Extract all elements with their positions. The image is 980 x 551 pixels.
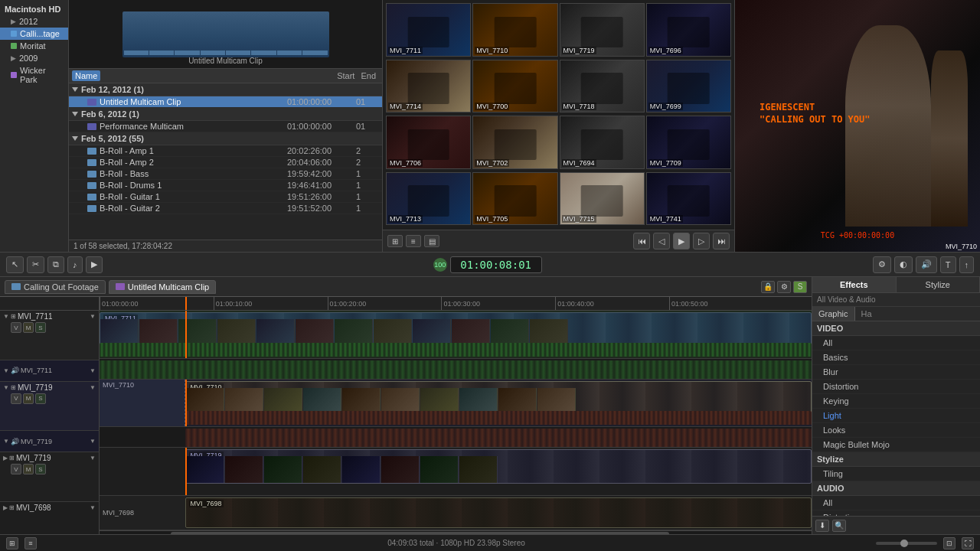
sidebar-item-wicker[interactable]: Wicker Park [0,64,68,86]
col-end[interactable]: End [358,70,379,81]
track-expand-2[interactable]: ▼ [3,384,9,391]
effect-distortion[interactable]: Distortion [812,380,980,394]
list-item[interactable]: Untitled Multicam Clip 01:00:00:00 01 [69,96,382,108]
tl-settings-btn[interactable]: ⚙ [777,281,791,293]
thumbnail-item-MVI_7718[interactable]: MVI_7718 [560,60,645,113]
track-mute-btn[interactable]: M [23,322,34,333]
thumbnail-item-MVI_7705[interactable]: MVI_7705 [472,172,557,226]
thumbnail-item-MVI_7741[interactable]: MVI_7741 [646,172,731,226]
tab-calling-out[interactable]: Calling Out Footage [5,280,106,294]
audio-expand-1[interactable]: ▼ [3,367,9,374]
tool-audio[interactable]: ♪ [67,256,83,273]
tool-select[interactable]: ↖ [6,256,24,273]
track-mute-btn-3[interactable]: M [23,464,34,474]
track-menu-2[interactable]: ▼ [90,384,96,391]
tab-multicam[interactable]: Untitled Multicam Clip [109,280,216,294]
tool-arrow-r[interactable]: ▶ [86,256,103,273]
skip-back-btn[interactable]: ⏮ [633,233,650,249]
sidebar-item-calling[interactable]: Calli...tage [0,28,68,40]
status-btn-right[interactable]: ⛶ [962,537,974,549]
prev-frame-btn[interactable]: ◁ [653,233,670,249]
status-btn-list[interactable]: ≡ [24,537,37,549]
tl-solo-btn[interactable]: S [793,281,807,293]
track-mute-btn-2[interactable]: M [23,393,34,404]
group-header-feb5[interactable]: Feb 5, 2012 (55) [69,132,382,145]
tool-audio2[interactable]: 🔊 [916,256,937,273]
tool-blade[interactable]: ✂ [27,256,44,273]
zoom-thumb[interactable] [900,540,908,547]
thumbnail-item-MVI_7719[interactable]: MVI_7719 [560,3,645,57]
list-item[interactable]: B-Roll - Amp 1 20:02:26:00 2 [69,145,382,157]
audio-menu-2[interactable]: ▼ [90,438,96,445]
col-start[interactable]: Start [334,70,358,81]
tool-share[interactable]: ↑ [959,256,975,273]
effects-install-btn[interactable]: ⬇ [815,520,829,532]
group-header-feb12[interactable]: Feb 12, 2012 (1) [69,83,382,96]
track-menu-3[interactable]: ▼ [90,455,96,461]
effect-light[interactable]: Light [812,409,980,423]
sidebar-item-moritat[interactable]: Moritat [0,40,68,52]
effect-tiling[interactable]: Tiling [812,467,980,481]
ha-sub-tab[interactable]: Ha [855,307,878,321]
col-name[interactable]: Name [72,70,100,81]
effect-audio-all[interactable]: All [812,496,980,510]
track-expand-4[interactable]: ▶ [3,504,8,511]
thumbnail-item-MVI_7715[interactable]: MVI_7715 [560,172,645,226]
thumbnail-item-MVI_7699[interactable]: MVI_7699 [646,60,731,113]
track-solo-btn-2[interactable]: S [35,393,46,404]
scrollbar-thumb[interactable] [171,532,669,534]
audio-menu-1[interactable]: ▼ [90,367,96,374]
thumbnail-item-MVI_7696[interactable]: MVI_7696 [646,3,731,57]
audio-expand-2[interactable]: ▼ [3,438,9,445]
list-item[interactable]: B-Roll - Amp 2 20:04:06:00 2 [69,157,382,168]
status-btn-left[interactable]: ⊞ [6,537,18,549]
thumbnail-item-MVI_7710[interactable]: MVI_7710 [472,3,557,57]
thumbnail-item-MVI_7709[interactable]: MVI_7709 [646,116,731,169]
track-menu-1[interactable]: ▼ [90,313,96,320]
tool-color[interactable]: ◐ [894,256,913,273]
effect-all[interactable]: All [812,336,980,350]
effects-tab[interactable]: Effects [812,277,897,292]
track-solo-btn[interactable]: S [35,322,46,333]
tool-title[interactable]: T [940,256,956,273]
thumbnail-item-MVI_7714[interactable]: MVI_7714 [386,60,471,113]
list-item[interactable]: Performance Multicam 01:00:00:00 01 [69,121,382,132]
list-view-btn[interactable]: ≡ [406,235,421,247]
tool-effects[interactable]: ⚙ [873,256,891,273]
effect-blur[interactable]: Blur [812,365,980,380]
grid-view-btn[interactable]: ⊞ [387,235,403,247]
thumbnail-item-MVI_7700[interactable]: MVI_7700 [472,60,557,113]
playhead[interactable] [185,297,187,310]
effect-keying[interactable]: Keying [812,394,980,409]
list-item[interactable]: B-Roll - Guitar 2 19:51:52:00 1 [69,203,382,214]
sidebar-item-2012[interactable]: ▶ 2012 [0,15,68,28]
effect-looks[interactable]: Looks [812,423,980,438]
tl-lock-btn[interactable]: 🔒 [761,281,775,293]
effect-basics[interactable]: Basics [812,350,980,365]
thumbnail-item-MVI_7711[interactable]: MVI_7711 [386,3,471,57]
thumbnail-item-MVI_7702[interactable]: MVI_7702 [472,116,557,169]
next-frame-btn[interactable]: ▷ [693,233,710,249]
track-expand-3[interactable]: ▶ [3,455,8,461]
group-header-feb6[interactable]: Feb 6, 2012 (1) [69,108,382,121]
stylize-tab[interactable]: Stylize [897,277,981,292]
track-expand-1[interactable]: ▼ [3,313,9,320]
effect-magic-bullet[interactable]: Magic Bullet Mojo [812,438,980,452]
list-item[interactable]: B-Roll - Bass 19:59:42:00 1 [69,168,382,180]
list-item[interactable]: B-Roll - Drums 1 19:46:41:00 1 [69,180,382,191]
tool-zoom[interactable]: ⧉ [47,256,64,273]
graphic-sub-tab[interactable]: Graphic [812,307,855,321]
track-vis-btn[interactable]: V [11,322,21,333]
play-btn[interactable]: ▶ [673,233,690,249]
sidebar-item-2009[interactable]: ▶ 2009 [0,52,68,64]
effects-search-btn[interactable]: 🔍 [832,520,846,532]
effect-audio-distortion[interactable]: Distortion [812,510,980,516]
track-vis-btn-2[interactable]: V [11,393,21,404]
thumbnail-item-MVI_7706[interactable]: MVI_7706 [386,116,471,169]
track-menu-4[interactable]: ▼ [90,504,96,511]
thumbnail-item-MVI_7694[interactable]: MVI_7694 [560,116,645,169]
track-solo-btn-3[interactable]: S [35,464,46,474]
list-item[interactable]: B-Roll - Guitar 1 19:51:26:00 1 [69,191,382,203]
zoom-fit-btn[interactable]: ⊡ [943,537,956,549]
zoom-slider[interactable] [876,542,937,545]
